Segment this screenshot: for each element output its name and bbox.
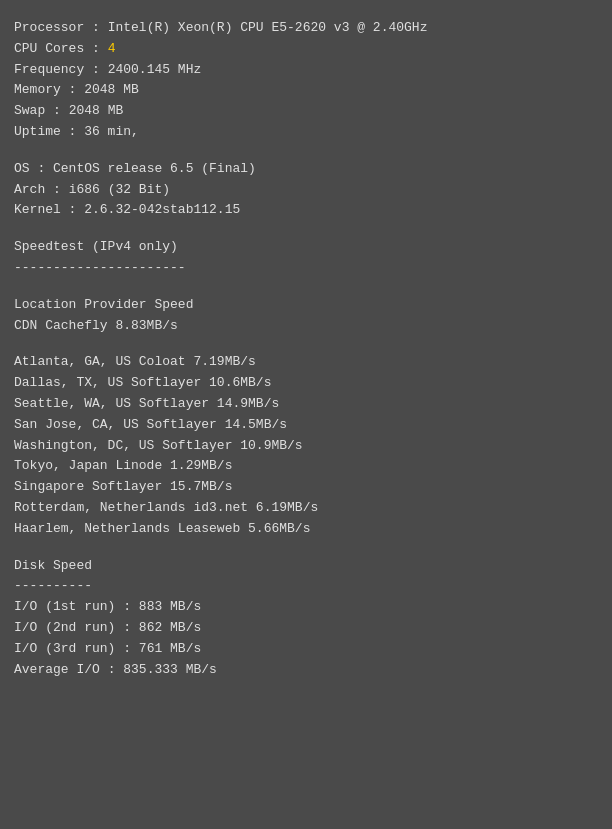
io1-label: I/O (1st run) xyxy=(14,599,115,614)
swap-line: Swap : 2048 MB xyxy=(14,101,598,122)
os-label: OS xyxy=(14,161,30,176)
processor-label: Processor xyxy=(14,20,84,35)
os-line: OS : CentOS release 6.5 (Final) xyxy=(14,159,598,180)
processor-sep: : xyxy=(84,20,107,35)
io2-value: 862 MB/s xyxy=(139,620,201,635)
frequency-line: Frequency : 2400.145 MHz xyxy=(14,60,598,81)
swap-label: Swap xyxy=(14,103,45,118)
avg-io-value: 835.333 MB/s xyxy=(123,662,217,677)
main-content: Processor : Intel(R) Xeon(R) CPU E5-2620… xyxy=(10,10,602,688)
uptime-value: 36 min, xyxy=(84,124,139,139)
cpu-cores-label: CPU Cores xyxy=(14,41,84,56)
io2-label: I/O (2nd run) xyxy=(14,620,115,635)
memory-value: 2048 MB xyxy=(84,82,139,97)
memory-line: Memory : 2048 MB xyxy=(14,80,598,101)
speedtest-row: Washington, DC, US Softlayer 10.9MB/s xyxy=(14,436,598,457)
disk-title: Disk Speed xyxy=(14,556,598,577)
speedtest-header: Location Provider Speed xyxy=(14,295,598,316)
speedtest-row: Dallas, TX, US Softlayer 10.6MB/s xyxy=(14,373,598,394)
arch-label: Arch xyxy=(14,182,45,197)
processor-line: Processor : Intel(R) Xeon(R) CPU E5-2620… xyxy=(14,18,598,39)
kernel-label: Kernel xyxy=(14,202,61,217)
spacer-4 xyxy=(14,336,598,352)
io3-label: I/O (3rd run) xyxy=(14,641,115,656)
frequency-value: 2400.145 MHz xyxy=(108,62,202,77)
speedtest-rows: Atlanta, GA, US Coloat 7.19MB/sDallas, T… xyxy=(14,352,598,539)
arch-line: Arch : i686 (32 Bit) xyxy=(14,180,598,201)
io2-line: I/O (2nd run) : 862 MB/s xyxy=(14,618,598,639)
io1-line: I/O (1st run) : 883 MB/s xyxy=(14,597,598,618)
os-value: CentOS release 6.5 (Final) xyxy=(53,161,256,176)
speedtest-title: Speedtest (IPv4 only) xyxy=(14,237,598,258)
speedtest-row: Haarlem, Netherlands Leaseweb 5.66MB/s xyxy=(14,519,598,540)
spacer-2 xyxy=(14,221,598,237)
speedtest-row: San Jose, CA, US Softlayer 14.5MB/s xyxy=(14,415,598,436)
io3-value: 761 MB/s xyxy=(139,641,201,656)
avg-io-label: Average I/O xyxy=(14,662,100,677)
speedtest-row: Singapore Softlayer 15.7MB/s xyxy=(14,477,598,498)
cpu-cores-line: CPU Cores : 4 xyxy=(14,39,598,60)
speedtest-cdn-row: CDN Cachefly 8.83MB/s xyxy=(14,316,598,337)
speedtest-row: Seattle, WA, US Softlayer 14.9MB/s xyxy=(14,394,598,415)
io3-line: I/O (3rd run) : 761 MB/s xyxy=(14,639,598,660)
frequency-label: Frequency xyxy=(14,62,84,77)
spacer-3 xyxy=(14,279,598,295)
uptime-label: Uptime xyxy=(14,124,61,139)
disk-divider: ---------- xyxy=(14,576,598,597)
processor-value: Intel(R) Xeon(R) CPU E5-2620 v3 @ 2.40GH… xyxy=(108,20,428,35)
swap-value: 2048 MB xyxy=(69,103,124,118)
arch-value: i686 (32 Bit) xyxy=(69,182,170,197)
io1-value: 883 MB/s xyxy=(139,599,201,614)
kernel-value: 2.6.32-042stab112.15 xyxy=(84,202,240,217)
speedtest-row: Tokyo, Japan Linode 1.29MB/s xyxy=(14,456,598,477)
speedtest-row: Rotterdam, Netherlands id3.net 6.19MB/s xyxy=(14,498,598,519)
cpu-cores-value: 4 xyxy=(108,41,116,56)
spacer-1 xyxy=(14,143,598,159)
memory-label: Memory xyxy=(14,82,61,97)
uptime-line: Uptime : 36 min, xyxy=(14,122,598,143)
speedtest-row: Atlanta, GA, US Coloat 7.19MB/s xyxy=(14,352,598,373)
kernel-line: Kernel : 2.6.32-042stab112.15 xyxy=(14,200,598,221)
cpu-cores-sep: : xyxy=(84,41,107,56)
spacer-5 xyxy=(14,540,598,556)
avg-io-line: Average I/O : 835.333 MB/s xyxy=(14,660,598,681)
speedtest-divider: ---------------------- xyxy=(14,258,598,279)
